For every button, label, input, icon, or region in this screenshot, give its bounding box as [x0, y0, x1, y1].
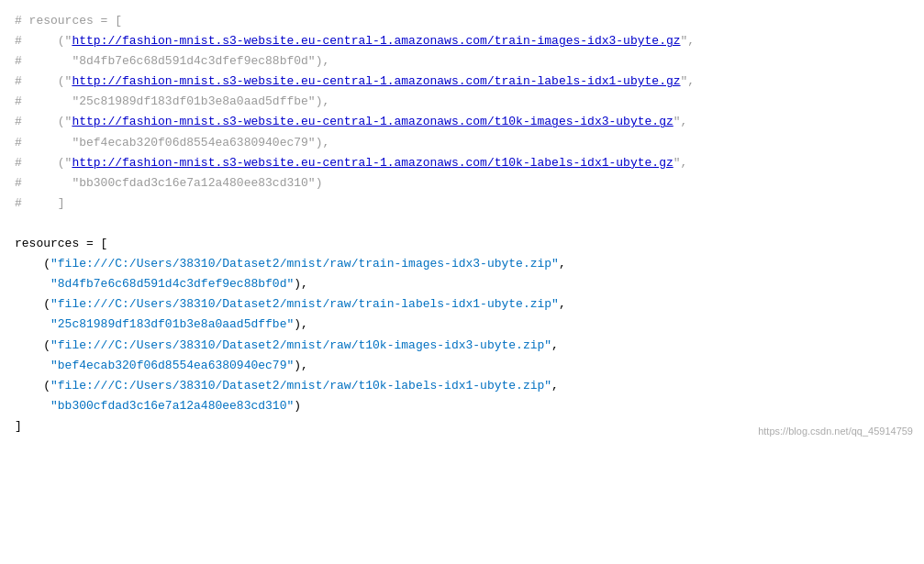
closing-bracket-text: ]: [15, 416, 22, 437]
comment-hash-3: # "bef4ecab320f06d8554ea6380940ec79"),: [15, 133, 329, 153]
resource-1-hash-string: "8d4fb7e6c68d591d4c3dfef9ec88bf0d": [50, 274, 294, 294]
resource-3-hash-string: "bef4ecab320f06d8554ea6380940ec79": [50, 356, 294, 376]
comment-hash-2: # "25c81989df183df01b3e8a0aad5dffbe"),: [15, 92, 329, 112]
watermark: https://blog.csdn.net/qq_45914759: [758, 423, 913, 440]
resource-entry-3-url: ("file:///C:/Users/38310/Dataset2/mnist/…: [15, 336, 909, 356]
resource-3-url-string: "file:///C:/Users/38310/Dataset2/mnist/r…: [50, 336, 551, 356]
comment-line-9: # "bb300cfdad3c16e7a12a480ee83cd310"): [15, 173, 909, 194]
comment-hash-4: # "bb300cfdad3c16e7a12a480ee83cd310"): [15, 173, 322, 194]
comment-hash-1: # "8d4fb7e6c68d591d4c3dfef9ec88bf0d"),: [15, 51, 329, 72]
comment-line-10: # ]: [15, 194, 909, 214]
comment-url-2[interactable]: http://fashion-mnist.s3-website.eu-centr…: [72, 74, 680, 88]
comment-line-6: # ("http://fashion-mnist.s3-website.eu-c…: [15, 112, 909, 132]
resource-4-url-string: "file:///C:/Users/38310/Dataset2/mnist/r…: [50, 376, 551, 396]
resources-declaration: resources = [: [15, 234, 909, 254]
comment-text: # resources = [: [15, 11, 122, 31]
comment-closing: # ]: [15, 194, 65, 214]
resource-entry-2-url: ("file:///C:/Users/38310/Dataset2/mnist/…: [15, 294, 909, 315]
resource-entry-3-hash: "bef4ecab320f06d8554ea6380940ec79"),: [15, 356, 909, 376]
resource-entry-4-hash: "bb300cfdad3c16e7a12a480ee83cd310"): [15, 396, 909, 416]
comment-line-4: # ("http://fashion-mnist.s3-website.eu-c…: [15, 72, 909, 92]
resource-entry-1-url: ("file:///C:/Users/38310/Dataset2/mnist/…: [15, 254, 909, 274]
comment-line-5: # "25c81989df183df01b3e8a0aad5dffbe"),: [15, 92, 909, 112]
comment-url-1[interactable]: http://fashion-mnist.s3-website.eu-centr…: [72, 34, 680, 48]
resource-2-url-string: "file:///C:/Users/38310/Dataset2/mnist/r…: [50, 294, 559, 315]
resource-entry-4-url: ("file:///C:/Users/38310/Dataset2/mnist/…: [15, 376, 909, 396]
blank-line: [15, 214, 909, 234]
resource-1-url-string: "file:///C:/Users/38310/Dataset2/mnist/r…: [50, 254, 559, 274]
resource-4-hash-string: "bb300cfdad3c16e7a12a480ee83cd310": [50, 396, 294, 416]
comment-line-8: # ("http://fashion-mnist.s3-website.eu-c…: [15, 153, 909, 173]
resource-2-hash-string: "25c81989df183df01b3e8a0aad5dffbe": [50, 315, 294, 335]
comment-url-4[interactable]: http://fashion-mnist.s3-website.eu-centr…: [72, 156, 673, 170]
comment-url-3[interactable]: http://fashion-mnist.s3-website.eu-centr…: [72, 115, 673, 128]
resources-keyword: resources = [: [15, 234, 107, 254]
resource-entry-1-hash: "8d4fb7e6c68d591d4c3dfef9ec88bf0d"),: [15, 274, 909, 294]
comment-line-2: # ("http://fashion-mnist.s3-website.eu-c…: [15, 31, 909, 51]
comment-line-3: # "8d4fb7e6c68d591d4c3dfef9ec88bf0d"),: [15, 51, 909, 72]
comment-line-1: # resources = [: [15, 11, 909, 31]
comment-line-7: # "bef4ecab320f06d8554ea6380940ec79"),: [15, 133, 909, 153]
resource-entry-2-hash: "25c81989df183df01b3e8a0aad5dffbe"),: [15, 315, 909, 335]
code-block: # resources = [ # ("http://fashion-mnist…: [0, 0, 924, 448]
